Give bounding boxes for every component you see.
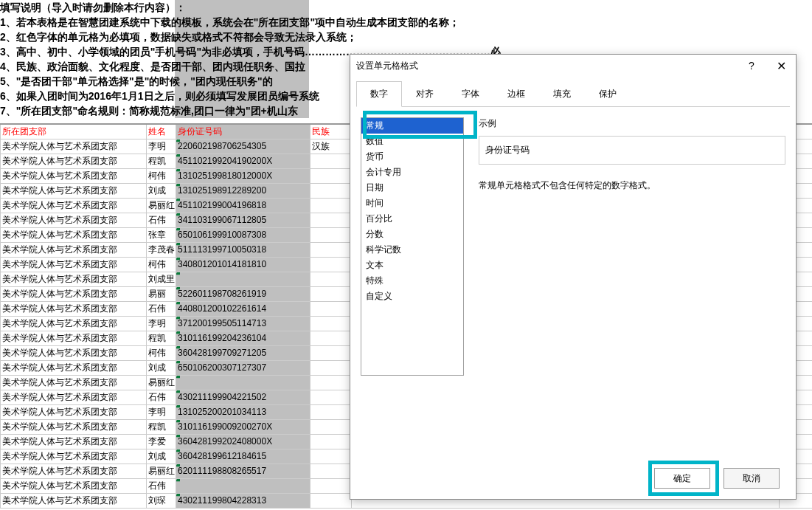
cell-name[interactable]: 张章 xyxy=(147,227,176,242)
cell-name[interactable]: 易丽红 xyxy=(147,198,176,213)
cell-id[interactable]: 522601198708261919 xyxy=(176,286,310,301)
cell-name[interactable]: 刘琛 xyxy=(147,493,176,508)
cell-id[interactable] xyxy=(176,375,310,390)
cell-name[interactable]: 李茂春 xyxy=(147,242,176,257)
cell-name[interactable]: 程凯 xyxy=(147,419,176,434)
cell-nation[interactable] xyxy=(310,404,352,419)
cell-branch[interactable]: 美术学院人体与艺术系团支部 xyxy=(1,375,147,390)
cell-branch[interactable]: 美术学院人体与艺术系团支部 xyxy=(1,419,147,434)
cell-nation[interactable] xyxy=(310,493,352,508)
cell-id[interactable]: 440801200102261614 xyxy=(176,301,310,316)
cell-nation[interactable] xyxy=(310,449,352,464)
cell-id[interactable] xyxy=(176,478,310,493)
cell-branch[interactable]: 美术学院人体与艺术系团支部 xyxy=(1,242,147,257)
cell-nation[interactable] xyxy=(310,227,352,242)
dialog-titlebar[interactable]: 设置单元格格式 ? ✕ xyxy=(350,55,796,77)
category-item[interactable]: 会计专用 xyxy=(361,165,463,180)
cell-branch[interactable]: 美术学院人体与艺术系团支部 xyxy=(1,257,147,272)
cell-name[interactable]: 李爱 xyxy=(147,434,176,449)
tab-number[interactable]: 数字 xyxy=(356,81,402,107)
cell-nation[interactable] xyxy=(310,168,352,183)
cell-id[interactable]: 310116199009200270X xyxy=(176,419,310,434)
category-item[interactable]: 科学记数 xyxy=(361,242,463,258)
cell-branch[interactable]: 美术学院人体与艺术系团支部 xyxy=(1,198,147,213)
cell-name[interactable]: 易丽红 xyxy=(147,375,176,390)
tab-font[interactable]: 字体 xyxy=(448,81,493,107)
tab-align[interactable]: 对齐 xyxy=(402,81,448,107)
cell-name[interactable]: 程凯 xyxy=(147,331,176,345)
cell-id[interactable]: 360428199709271205 xyxy=(176,345,310,360)
category-item[interactable]: 分数 xyxy=(361,227,463,242)
cell-id[interactable]: 451102199004196818 xyxy=(176,198,310,213)
cell-name[interactable]: 程凯 xyxy=(147,154,176,168)
cell-branch[interactable]: 美术学院人体与艺术系团支部 xyxy=(1,168,147,183)
category-item[interactable]: 数值 xyxy=(361,134,463,149)
cell-branch[interactable]: 美术学院人体与艺术系团支部 xyxy=(1,390,147,404)
cell-branch[interactable]: 美术学院人体与艺术系团支部 xyxy=(1,360,147,375)
cell-id[interactable]: 131025198912289200 xyxy=(176,183,310,198)
cell-name[interactable]: 石伟 xyxy=(147,390,176,404)
cell-name[interactable]: 李明 xyxy=(147,404,176,419)
category-item[interactable]: 时间 xyxy=(361,196,463,211)
cell-branch[interactable]: 美术学院人体与艺术系团支部 xyxy=(1,493,147,508)
tab-fill[interactable]: 填充 xyxy=(539,81,585,107)
ok-button[interactable]: 确定 xyxy=(654,468,710,489)
cell-branch[interactable]: 美术学院人体与艺术系团支部 xyxy=(1,316,147,331)
cell-name[interactable]: 柯伟 xyxy=(147,168,176,183)
cell-branch[interactable]: 美术学院人体与艺术系团支部 xyxy=(1,301,147,316)
tab-border[interactable]: 边框 xyxy=(493,81,539,107)
cell-nation[interactable] xyxy=(310,316,352,331)
category-list[interactable]: 常规数值货币会计专用日期时间百分比分数科学记数文本特殊自定义 xyxy=(361,117,464,376)
cell-id[interactable]: 310116199204236104 xyxy=(176,331,310,345)
cell-branch[interactable]: 美术学院人体与艺术系团支部 xyxy=(1,331,147,345)
cell-branch[interactable]: 美术学院人体与艺术系团支部 xyxy=(1,139,147,154)
cell-nation[interactable] xyxy=(310,419,352,434)
cell-id[interactable]: 650106199910087308 xyxy=(176,227,310,242)
cell-nation[interactable] xyxy=(310,213,352,227)
cell-name[interactable]: 易丽红 xyxy=(147,464,176,478)
cell-id[interactable] xyxy=(176,272,310,286)
tab-protect[interactable]: 保护 xyxy=(585,81,631,107)
cell-nation[interactable] xyxy=(310,198,352,213)
cell-name[interactable]: 刘成 xyxy=(147,449,176,464)
cell-name[interactable]: 李明 xyxy=(147,139,176,154)
cell-id[interactable]: 360428199612184615 xyxy=(176,449,310,464)
cell-nation[interactable] xyxy=(310,464,352,478)
cell-nation[interactable] xyxy=(310,183,352,198)
cell-name[interactable]: 刘成 xyxy=(147,183,176,198)
cancel-button[interactable]: 取消 xyxy=(723,468,780,489)
cell-branch[interactable]: 美术学院人体与艺术系团支部 xyxy=(1,272,147,286)
cell-branch[interactable]: 美术学院人体与艺术系团支部 xyxy=(1,464,147,478)
cell-id[interactable]: 430211199804228313 xyxy=(176,493,310,508)
cell-branch[interactable]: 美术学院人体与艺术系团支部 xyxy=(1,213,147,227)
help-button[interactable]: ? xyxy=(737,55,766,76)
cell-nation[interactable] xyxy=(310,286,352,301)
cell-id[interactable]: 451102199204190200X xyxy=(176,154,310,168)
cell-id[interactable]: 360428199202408000X xyxy=(176,434,310,449)
cell-branch[interactable]: 美术学院人体与艺术系团支部 xyxy=(1,154,147,168)
cell-name[interactable]: 石伟 xyxy=(147,213,176,227)
cell-nation[interactable] xyxy=(310,331,352,345)
cell-id[interactable]: 220602198706254305 xyxy=(176,139,310,154)
cell-id[interactable]: 511113199710050318 xyxy=(176,242,310,257)
col-name-header[interactable]: 姓名 xyxy=(147,124,176,139)
cell-nation[interactable] xyxy=(310,257,352,272)
col-branch-header[interactable]: 所在团支部 xyxy=(1,124,147,139)
cell-name[interactable]: 易丽 xyxy=(147,286,176,301)
cell-id[interactable]: 650106200307127307 xyxy=(176,360,310,375)
cell-branch[interactable]: 美术学院人体与艺术系团支部 xyxy=(1,404,147,419)
cell-name[interactable]: 柯伟 xyxy=(147,345,176,360)
cell-nation[interactable] xyxy=(310,478,352,493)
close-button[interactable]: ✕ xyxy=(766,55,796,76)
cell-nation[interactable] xyxy=(310,242,352,257)
cell-nation[interactable] xyxy=(310,375,352,390)
cell-nation[interactable] xyxy=(310,272,352,286)
cell-branch[interactable]: 美术学院人体与艺术系团支部 xyxy=(1,286,147,301)
cell-branch[interactable]: 美术学院人体与艺术系团支部 xyxy=(1,449,147,464)
cell-id[interactable]: 341103199067112805 xyxy=(176,213,310,227)
cell-nation[interactable] xyxy=(310,345,352,360)
cell-name[interactable]: 石伟 xyxy=(147,478,176,493)
cell-id[interactable]: 371200199505114713 xyxy=(176,316,310,331)
cell-branch[interactable]: 美术学院人体与艺术系团支部 xyxy=(1,478,147,493)
category-item[interactable]: 文本 xyxy=(361,258,463,273)
